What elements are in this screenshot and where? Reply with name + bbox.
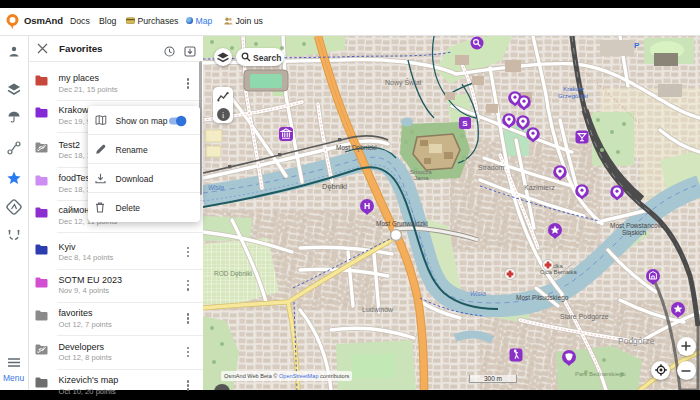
svg-text:Most Piłsudskiego: Most Piłsudskiego xyxy=(516,294,569,302)
svg-text:Stradom: Stradom xyxy=(478,164,505,171)
svg-text:Kazimierz: Kazimierz xyxy=(524,184,555,191)
svg-text:Wisła: Wisła xyxy=(470,290,486,297)
svg-text:P: P xyxy=(634,41,640,50)
svg-text:Most Powstańców: Most Powstańców xyxy=(610,222,663,229)
svg-text:Dębniki: Dębniki xyxy=(322,182,347,191)
svg-text:Śląskich: Śląskich xyxy=(622,228,647,237)
svg-text:Park Bednarskiego: Park Bednarskiego xyxy=(575,371,626,377)
svg-text:Ludwinów: Ludwinów xyxy=(362,306,394,313)
svg-text:Jama: Jama xyxy=(414,175,429,181)
svg-text:Most Grunwaldzki: Most Grunwaldzki xyxy=(376,220,428,227)
svg-text:Grzegórzki: Grzegórzki xyxy=(558,92,588,99)
svg-text:H: H xyxy=(364,201,370,211)
svg-text:Podgórze: Podgórze xyxy=(618,336,655,346)
svg-text:Most Dębnicki: Most Dębnicki xyxy=(336,144,377,152)
svg-text:Wisła: Wisła xyxy=(208,184,224,191)
svg-text:Nowy Świat: Nowy Świat xyxy=(385,78,422,87)
svg-text:Kraków: Kraków xyxy=(563,85,584,92)
svg-text:S: S xyxy=(462,119,468,128)
svg-text:Stare Podgórze: Stare Podgórze xyxy=(560,313,609,321)
svg-text:ROD Dębniki: ROD Dębniki xyxy=(214,270,252,278)
svg-text:Menu: Menu xyxy=(3,373,25,383)
